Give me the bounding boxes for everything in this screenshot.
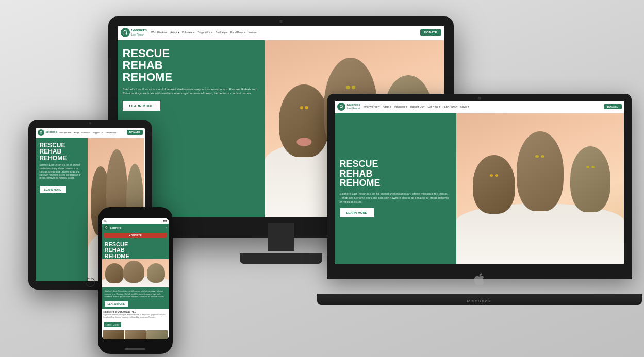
laptop-camera (478, 97, 481, 100)
laptop-logo: Satchel's Last Resort (337, 103, 360, 111)
phone-site-nav: Satchel's ≡ (102, 224, 169, 232)
laptop-nav-who[interactable]: Who We Are ▾ (364, 105, 380, 108)
apple-logo (474, 273, 485, 284)
phone-logo-text: Satchel's (110, 226, 122, 229)
laptop-hero-right (456, 113, 624, 264)
tablet-hero-left: RESCUE REHAB REHOME Satchel's Last Resor… (36, 138, 88, 281)
laptop-nav-volunteer[interactable]: Volunteer ▾ (394, 105, 407, 108)
monitor-site-nav: Satchel's Last Resort Who We Are ▾ Adopt… (118, 26, 444, 40)
nav-who-we-are[interactable]: Who We Are ▾ (151, 31, 168, 34)
phone-learn-more-button[interactable]: LEARN MORE (105, 301, 128, 307)
laptop-learn-more-button[interactable]: LEARN MORE (340, 208, 374, 217)
tablet-site-nav: Satchel's Who We Are Adopt Volunteer Sup… (36, 128, 145, 138)
svg-line-2 (126, 33, 127, 35)
phone-donate-area: ♥ DONATE (102, 232, 169, 239)
laptop-donate-button[interactable]: DONATE (604, 104, 622, 109)
monitor-nav-links: Who We Are ▾ Adopt ▾ Volunteer ▾ Support… (151, 31, 420, 34)
phone-hero-desc-section: Satchel's Last Resort is a no-kill anima… (102, 287, 169, 309)
iphone-phone: 9:41 ●●● Satchel's ≡ ♥ DONATE (98, 207, 173, 354)
macbook-laptop: Satchel's Last Resort Who We Are ▾ Adopt… (327, 94, 632, 305)
phone-status-icons: ●●● (163, 219, 167, 222)
tablet-nav-pars[interactable]: Pars4Paws (106, 131, 116, 134)
phone-menu-icon[interactable]: ≡ (166, 226, 167, 229)
laptop-nav-gethelp[interactable]: Get Help ▾ (427, 105, 440, 108)
laptop-screen-frame: Satchel's Last Resort Who We Are ▾ Adopt… (327, 94, 632, 279)
svg-point-6 (40, 131, 42, 133)
nav-support[interactable]: Support Us ▾ (197, 31, 212, 34)
tablet-home-button[interactable] (86, 278, 95, 287)
laptop-nav-adopt[interactable]: Adopt ▾ (383, 105, 391, 108)
phone-time: 9:41 (104, 219, 108, 222)
tablet-nav-support[interactable]: Support Us (93, 131, 103, 134)
laptop-hero-left: RESCUE REHAB REHOME Satchel's Last Resor… (335, 113, 456, 264)
phone-frame: 9:41 ●●● Satchel's ≡ ♥ DONATE (98, 207, 173, 354)
nav-pars4paws[interactable]: Pars4Paws ▾ (230, 31, 246, 34)
tablet-learn-more-button[interactable]: LEARN MORE (40, 186, 67, 193)
laptop-screen: Satchel's Last Resort Who We Are ▾ Adopt… (335, 101, 624, 264)
laptop-nav-news[interactable]: News ▾ (460, 105, 469, 108)
phone-status-bar: 9:41 ●●● (102, 218, 169, 224)
monitor-logo-icon (121, 28, 130, 37)
monitor-hero-title: RESCUE REHAB REHOME (123, 47, 259, 83)
tablet-nav-who[interactable]: Who We Are (59, 131, 71, 134)
tablet-hero-desc: Satchel's Last Resort is a no-kill anima… (40, 164, 84, 180)
nav-adopt[interactable]: Adopt ▾ (170, 31, 179, 34)
phone-learn-more-lower[interactable]: LEARN MORE (104, 322, 121, 327)
monitor-hero-desc: Satchel's Last Resort is a no-kill anima… (123, 87, 259, 96)
phone-hero-title: RESCUE REHAB REHOME (105, 242, 166, 260)
laptop-hero-title: RESCUE REHAB REHOME (340, 159, 451, 189)
nav-news[interactable]: News ▾ (249, 31, 257, 34)
laptop-site-nav: Satchel's Last Resort Who We Are ▾ Adopt… (335, 101, 624, 113)
svg-line-5 (342, 107, 342, 108)
phone-donate-button[interactable]: ♥ DONATE (104, 233, 167, 238)
svg-point-7 (105, 226, 107, 228)
tablet-nav-volunteer[interactable]: Volunteer (81, 131, 90, 134)
phone-kitten-image (102, 259, 169, 287)
phone-lower: Register For Our Annual Pa... If you lov… (102, 309, 169, 329)
laptop-base: MacBook (317, 294, 642, 305)
monitor-learn-more-button[interactable]: LEARN MORE (123, 101, 160, 111)
phone-hero-desc: Satchel's Last Resort is a no-kill anima… (105, 290, 166, 298)
nav-volunteer[interactable]: Volunteer ▾ (182, 31, 195, 34)
svg-line-4 (340, 107, 340, 108)
phone-notch (125, 211, 145, 216)
monitor-stand-base (240, 253, 322, 264)
laptop-logo-icon (337, 103, 345, 111)
svg-line-1 (124, 33, 124, 35)
monitor-logo-text: Satchel's Last Resort (131, 28, 147, 36)
phone-hero: RESCUE REHAB REHOME (102, 239, 169, 260)
tablet-donate-button[interactable]: DONATE (127, 130, 143, 135)
monitor-logo: Satchel's Last Resort (121, 28, 147, 37)
laptop-hero: RESCUE REHAB REHOME Satchel's Last Resor… (335, 113, 624, 264)
monitor-donate-button[interactable]: DONATE (420, 29, 441, 36)
phone-home-bar[interactable] (125, 348, 145, 350)
phone-screen: 9:41 ●●● Satchel's ≡ ♥ DONATE (102, 218, 169, 339)
phone-gallery (102, 329, 169, 339)
laptop-logo-text: Satchel's Last Resort (347, 103, 360, 110)
laptop-nav-links: Who We Are ▾ Adopt ▾ Volunteer ▾ Support… (364, 105, 604, 108)
device-showcase: Satchel's Last Resort Who We Are ▾ Adopt… (13, 6, 632, 351)
laptop-nav-support[interactable]: Support Us ▾ (410, 105, 425, 108)
laptop-nav-pars4paws[interactable]: Pars4Paws ▾ (443, 105, 458, 108)
laptop-brand-label: MacBook (467, 299, 491, 303)
monitor-stand-neck (268, 223, 294, 251)
laptop-hero-desc: Satchel's Last Resort is a no-kill anima… (340, 192, 451, 204)
tablet-nav-adopt[interactable]: Adopt (74, 131, 79, 134)
nav-get-help[interactable]: Get Help ▾ (216, 31, 228, 34)
